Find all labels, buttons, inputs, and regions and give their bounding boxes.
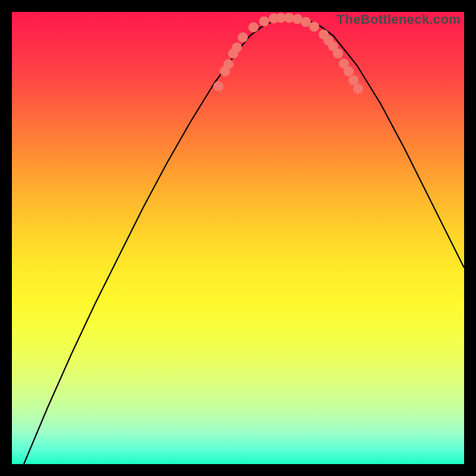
chart-frame: TheBottleneck.com [0, 0, 476, 476]
marker-dot [259, 17, 270, 27]
marker-dot [214, 82, 224, 92]
marker-dots [214, 13, 364, 94]
bottleneck-curve [24, 18, 464, 464]
marker-dot [249, 23, 259, 33]
marker-dot [224, 60, 234, 70]
marker-dot [309, 22, 320, 32]
marker-dot [344, 67, 354, 77]
marker-dot [353, 84, 364, 94]
marker-dot [232, 43, 242, 53]
marker-dot [238, 33, 248, 43]
curve-layer [12, 12, 464, 464]
marker-dot [333, 49, 343, 59]
plot-area: TheBottleneck.com [12, 12, 464, 464]
